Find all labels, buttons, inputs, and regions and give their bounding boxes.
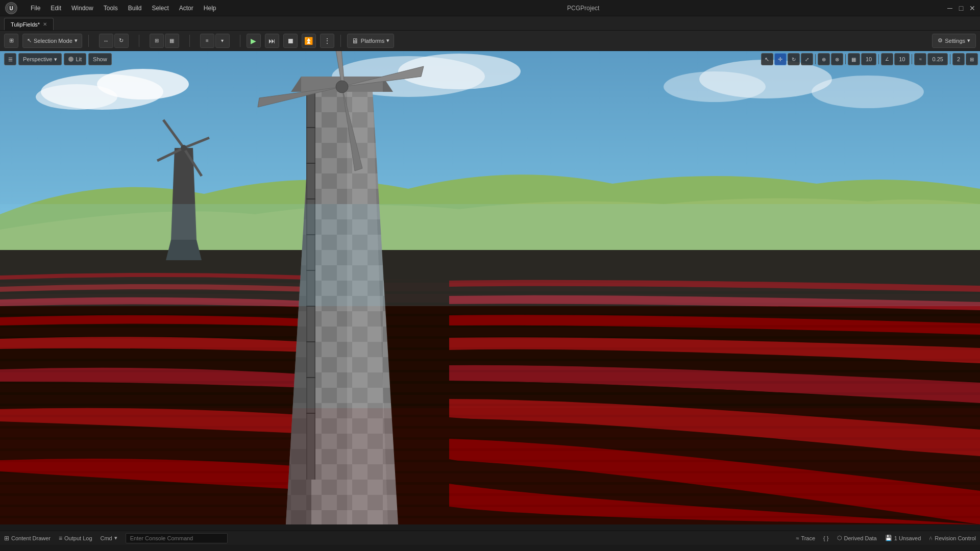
close-button[interactable]: ✕ [969,5,976,12]
perspective-label: Perspective [23,56,52,62]
platforms-dropdown[interactable]: 🖥 Platforms ▾ [347,34,394,48]
svg-rect-37 [0,204,980,306]
fov-value[interactable]: 0.25 [927,53,947,65]
vp-separator-2 [845,54,846,64]
menu-bar: File Edit Window Tools Build Select Acto… [27,3,220,14]
viewport[interactable]: ☰ Perspective ▾ Lit Show ↖ ✛ ↻ [0,51,980,524]
unsaved-indicator[interactable]: 💾 1 Unsaved [885,535,921,541]
revision-control-button[interactable]: ⑃ Revision Control [929,535,976,541]
snap-button[interactable]: ⊞ [150,34,164,48]
cmd-dropdown[interactable]: Cmd ▾ [101,535,117,541]
settings-label: Settings [945,38,965,44]
coord-system-button[interactable]: ⊕ [818,53,830,65]
trace-icon: ≈ [796,535,799,541]
play-button[interactable]: ▶ [247,34,261,48]
output-log-icon: ≡ [59,535,62,542]
menu-file[interactable]: File [27,3,44,14]
derived-data-label: Derived Data [844,535,877,541]
lit-icon [68,57,74,62]
surface-snap[interactable]: ≡ [200,34,214,48]
vp-separator-1 [815,54,816,64]
viewport-tab[interactable]: TulipFields* ✕ [4,18,54,30]
scene-svg [0,51,980,524]
viewport-container: ☰ Perspective ▾ Lit Show ↖ ✛ ↻ [0,51,980,545]
separator-1 [88,35,89,47]
menu-edit[interactable]: Edit [46,3,65,14]
statusbar: ⊞ Content Drawer ≡ Output Log Cmd ▾ ≈ Tr… [0,531,980,545]
vp-separator-5 [950,54,950,64]
scale-gizmo-button[interactable]: ⤢ [801,53,813,65]
select-cursor-button[interactable]: ↖ [761,53,773,65]
output-log-button[interactable]: ≡ Output Log [59,535,92,542]
separator-5 [340,35,341,47]
viewport-right-toolbar: ↖ ✛ ↻ ⤢ ⊕ ⊗ ▦ 10 ∠ [759,51,980,67]
ue-logo: U [4,1,18,15]
main-toolbar: ⊞ ↖ Selection Mode ▾ ↔ ↻ ⊞ ▦ ≡ ▾ ▶ ⏭ ⏹ ⏫… [0,31,980,51]
grid-size-value[interactable]: 10 [861,53,876,65]
trace-button[interactable]: ≈ Trace [796,535,815,541]
live-coding-button[interactable]: { } [823,535,828,541]
rotate-tool[interactable]: ↻ [114,34,129,48]
selection-mode-label: Selection Mode [34,38,72,44]
fov-label: 0.25 [932,56,943,62]
grid-button[interactable]: ▦ [165,34,179,48]
menu-select[interactable]: Select [148,3,173,14]
unsaved-icon: 💾 [885,535,892,541]
lit-label: Lit [76,56,82,62]
minimize-button[interactable]: ─ [946,5,953,12]
selection-mode-dropdown[interactable]: ↖ Selection Mode ▾ [22,34,82,48]
unreal-engine-logo: U [5,2,17,14]
svg-rect-38 [0,408,980,524]
grid-count-label: 2 [957,56,960,62]
layout-button[interactable]: ⊞ [966,53,978,65]
menu-help[interactable]: Help [200,3,220,14]
vp-separator-4 [912,54,912,64]
project-title: PCGProject [567,5,599,12]
viewport-menu-button[interactable]: ☰ [4,53,16,65]
perspective-mode-button[interactable]: Perspective ▾ [18,53,62,65]
menu-toggle-button[interactable]: ⊞ [4,34,18,48]
settings-button[interactable]: ⚙ Settings ▾ [932,34,976,48]
tab-label: TulipFields* [11,21,40,28]
menu-tools[interactable]: Tools [100,3,122,14]
angle-snap-button[interactable]: ∠ [881,53,893,65]
grid-size-label: 10 [866,56,872,62]
cmd-arrow: ▾ [114,535,117,541]
derived-data-button[interactable]: ⬡ Derived Data [837,535,877,541]
eject-button[interactable]: ⏫ [302,34,316,48]
surface-snap-dropdown[interactable]: ▾ [215,34,230,48]
menu-window[interactable]: Window [67,3,97,14]
lit-mode-button[interactable]: Lit [64,53,86,65]
maximize-button[interactable]: □ [958,5,965,12]
rotate-gizmo-button[interactable]: ↻ [788,53,800,65]
stop-button[interactable]: ⏹ [283,34,298,48]
unsaved-label: 1 Unsaved [894,535,921,541]
titlebar-left: U File Edit Window Tools Build Select Ac… [4,1,220,15]
platforms-label: Platforms [361,38,384,44]
live-coding-icon: { } [823,535,828,541]
show-label: Show [93,56,107,62]
revision-label: Revision Control [935,535,976,541]
move-tool[interactable]: ↔ [99,34,113,48]
tab-close-button[interactable]: ✕ [43,21,47,27]
play-options[interactable]: ⋮ [320,34,334,48]
trace-label: Trace [801,535,815,541]
content-drawer-button[interactable]: ⊞ Content Drawer [4,535,51,542]
menu-actor[interactable]: Actor [175,3,198,14]
coord-world-button[interactable]: ⊗ [831,53,843,65]
grid-count-value[interactable]: 2 [952,53,965,65]
console-input[interactable] [126,533,228,543]
show-button[interactable]: Show [88,53,112,65]
camera-speed-button[interactable]: ≈ [914,53,926,65]
separator-3 [189,35,190,47]
cmd-label: Cmd [101,535,112,541]
menu-build[interactable]: Build [124,3,146,14]
settings-arrow: ▾ [967,37,970,44]
skip-button[interactable]: ⏭ [265,34,279,48]
move-gizmo-button[interactable]: ✛ [774,53,787,65]
snap-tool-group: ⊞ ▦ [145,34,183,48]
snap-angle-value[interactable]: 10 [894,53,910,65]
grid-snap-button[interactable]: ▦ [848,53,860,65]
cursor-icon: ↖ [27,37,32,44]
separator-4 [240,35,240,47]
